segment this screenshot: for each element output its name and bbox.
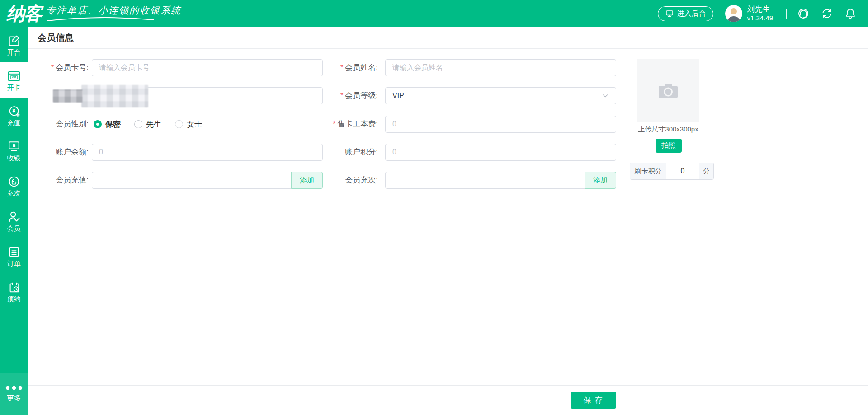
enter-backstage-label: 进入后台: [677, 9, 706, 19]
sidebar-item-label: 会员: [7, 225, 21, 232]
balance-label: 账户余额:: [32, 144, 89, 161]
required-mark: *: [51, 64, 54, 71]
sidebar: 开台 VIP 开卡 ¥ 充值 ¥: [0, 27, 28, 415]
sidebar-item-label: 预约: [7, 295, 21, 302]
open-table-icon: [8, 34, 20, 47]
swipe-points-label: 刷卡积分: [630, 163, 666, 179]
required-mark: *: [340, 92, 343, 99]
recharge-times-label: 会员充次:: [316, 172, 378, 189]
recharge-label: 会员充值:: [32, 172, 89, 189]
topbar: 纳客 专注单店、小连锁的收银系统 进入后台: [0, 0, 868, 27]
gender-radio-ms[interactable]: 女士: [175, 119, 202, 130]
app-version: v1.34.49: [747, 14, 773, 23]
recharge-times-icon: [8, 175, 20, 188]
camera-icon: [658, 83, 679, 99]
recharge-icon: ¥: [8, 105, 20, 117]
sidebar-more-label: 更多: [7, 394, 21, 403]
gender-option-label: 先生: [146, 119, 161, 130]
member-name-input[interactable]: [385, 59, 616, 76]
avatar[interactable]: [725, 5, 742, 22]
redacted-label-blur: [53, 89, 83, 103]
sidebar-item-cashier[interactable]: ¥ 收银: [0, 133, 28, 168]
member-level-label: *会员等级:: [316, 87, 378, 104]
brand-tagline-wrap: 专注单店、小连锁的收银系统: [46, 4, 181, 22]
reservation-icon: [8, 281, 20, 294]
gender-radio-group: 保密 先生 女士: [94, 116, 202, 133]
cashier-icon: ¥: [8, 140, 20, 153]
points-input[interactable]: [385, 144, 616, 161]
required-mark: *: [333, 120, 335, 128]
brand-logo: 纳客: [6, 0, 42, 27]
customer-service-icon[interactable]: [797, 8, 809, 19]
member-level-select[interactable]: VIP: [385, 87, 616, 104]
user-name: 刘先生: [747, 5, 773, 14]
save-button[interactable]: 保 存: [571, 392, 616, 409]
order-icon: [8, 246, 20, 258]
sidebar-item-label: 收银: [7, 154, 21, 161]
card-fee-label: *售卡工本费:: [316, 116, 378, 133]
footer-divider: [28, 385, 868, 386]
gender-radio-mr[interactable]: 先生: [134, 119, 161, 130]
main-content: 会员信息: [28, 27, 868, 415]
page-title: 会员信息: [38, 32, 74, 44]
card-no-label: *会员卡号:: [32, 59, 89, 76]
enter-backstage-button[interactable]: 进入后台: [658, 6, 713, 21]
sidebar-item-open-card[interactable]: VIP 开卡: [0, 62, 28, 98]
recharge-input[interactable]: [92, 172, 323, 189]
sidebar-item-open-table[interactable]: 开台: [0, 27, 28, 62]
chevron-down-icon: [602, 92, 609, 99]
photo-size-hint: 上传尺寸300x300px: [623, 125, 713, 134]
topbar-divider: [786, 9, 787, 19]
balance-input[interactable]: [92, 144, 323, 161]
bell-icon[interactable]: [844, 8, 856, 19]
card-no-input[interactable]: [92, 59, 323, 76]
brand-tagline: 专注单店、小连锁的收银系统: [46, 4, 181, 17]
radio-dot-icon: [94, 120, 102, 128]
sidebar-item-recharge[interactable]: ¥ 充值: [0, 98, 28, 133]
recharge-times-input[interactable]: [385, 172, 616, 189]
tagline-underline: [46, 17, 155, 22]
member-icon: [8, 210, 20, 223]
points-label: 账户积分:: [316, 144, 378, 161]
recharge-times-add-button[interactable]: 添加: [585, 172, 616, 189]
radio-dot-icon: [134, 120, 142, 128]
sidebar-item-label: 充次: [7, 190, 21, 196]
member-level-value: VIP: [392, 92, 404, 100]
member-name-label: *会员姓名:: [316, 59, 378, 76]
svg-text:¥: ¥: [12, 108, 15, 114]
topbar-right-cluster: 进入后台 刘先生 v1.34.49: [658, 5, 868, 23]
svg-text:¥: ¥: [12, 142, 15, 148]
sidebar-item-member[interactable]: 会员: [0, 203, 28, 238]
swipe-points-unit: 分: [699, 163, 713, 179]
swipe-points-input[interactable]: [666, 163, 699, 179]
svg-text:VIP: VIP: [12, 76, 16, 79]
sidebar-item-label: 开台: [7, 49, 21, 56]
required-mark: *: [340, 64, 343, 71]
sidebar-item-reservation[interactable]: 预约: [0, 274, 28, 309]
gender-option-label: 保密: [105, 119, 121, 130]
sync-icon[interactable]: [821, 8, 833, 19]
user-info[interactable]: 刘先生 v1.34.49: [747, 5, 773, 23]
sidebar-item-recharge-times[interactable]: 充次: [0, 168, 28, 203]
sidebar-item-order[interactable]: 订单: [0, 238, 28, 274]
sidebar-item-label: 充值: [7, 119, 21, 126]
monitor-icon: [665, 9, 674, 18]
gender-label: 会员性别:: [32, 116, 89, 133]
redacted-blur-overlay: [81, 85, 148, 107]
sidebar-item-label: 开卡: [7, 84, 21, 91]
swipe-points-group: 刷卡积分 分: [630, 163, 714, 180]
sidebar-item-label: 订单: [7, 260, 21, 267]
take-photo-button[interactable]: 拍照: [656, 139, 682, 153]
vip-card-icon: VIP: [7, 70, 21, 82]
gender-option-label: 女士: [187, 119, 202, 130]
page-title-bar: 会员信息: [28, 27, 868, 49]
radio-dot-icon: [175, 120, 183, 128]
sidebar-item-more[interactable]: 更多: [0, 373, 28, 415]
app-window: 纳客 专注单店、小连锁的收银系统 进入后台: [0, 0, 868, 415]
photo-upload-box[interactable]: [637, 59, 699, 122]
more-dots-icon: [5, 386, 23, 390]
gender-radio-secret[interactable]: 保密: [94, 119, 121, 130]
card-fee-input[interactable]: [385, 116, 616, 133]
